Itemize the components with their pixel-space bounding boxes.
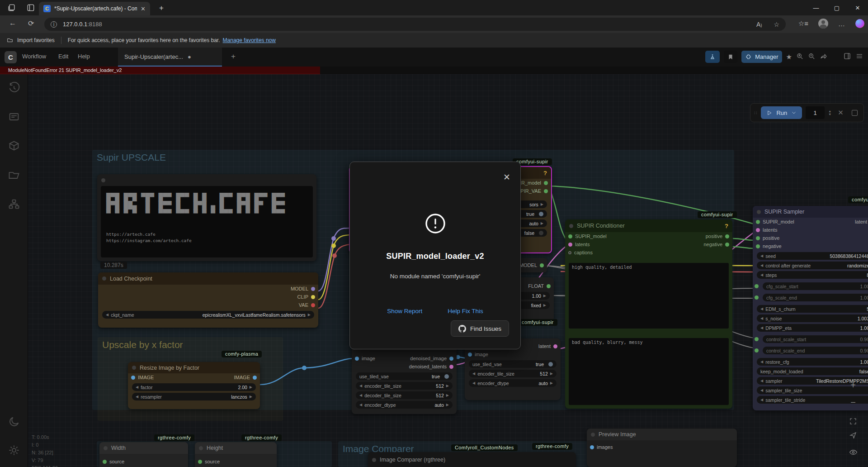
find-text-icon[interactable] xyxy=(808,52,816,62)
favorite-star-icon[interactable]: ☆ xyxy=(774,21,779,28)
next-arrow-icon[interactable]: ▶ xyxy=(543,294,546,298)
manage-favorites-link[interactable]: Manage favorites now xyxy=(223,37,276,43)
node-header[interactable]: Height xyxy=(195,442,277,454)
prev-arrow-icon[interactable]: ◀ xyxy=(760,388,763,392)
collapse-dot[interactable] xyxy=(757,210,761,214)
supir-vae-port[interactable] xyxy=(544,189,548,193)
float-port[interactable] xyxy=(547,284,551,288)
theme-toggle-icon[interactable] xyxy=(8,415,20,428)
negative-prompt-textarea[interactable]: bad quality, blurry, messy xyxy=(569,338,729,405)
control-scale-start-port[interactable] xyxy=(755,337,759,341)
captions-in-port[interactable] xyxy=(568,251,571,254)
collapse-dot[interactable] xyxy=(569,224,573,228)
positive-prompt-textarea[interactable]: high quality, detailed xyxy=(569,263,729,329)
widget-encoder-dtype[interactable]: ◀ encoder_dtype auto ▶ xyxy=(469,379,557,387)
toggle-visibility-eye-icon[interactable] xyxy=(846,445,860,459)
widget-keep-model-loaded[interactable]: keep_model_loaded false xyxy=(757,367,868,375)
widget-seed[interactable]: ◀ seed 503868386412448 xyxy=(757,252,868,260)
prev-arrow-icon[interactable]: ◀ xyxy=(359,393,362,397)
clear-queue-icon[interactable]: ✕ xyxy=(838,109,844,117)
settings-more-icon[interactable]: … xyxy=(838,20,845,28)
node-header[interactable]: Load Checkpoint xyxy=(98,272,318,285)
node-resize-image[interactable]: Resize Image by Factor IMAGE IMAGE ◀ fac… xyxy=(128,362,260,409)
collapse-dot[interactable] xyxy=(372,458,376,462)
node-map-icon[interactable] xyxy=(8,198,20,210)
widget-resampler[interactable]: ◀ resampler lanczos ▶ xyxy=(132,393,256,400)
prev-arrow-icon[interactable]: ◀ xyxy=(760,316,763,320)
image-in-port[interactable] xyxy=(468,353,472,357)
positive-port[interactable] xyxy=(725,234,729,238)
toggle-knob[interactable] xyxy=(444,374,449,379)
manager-button[interactable]: Manager xyxy=(741,51,782,63)
zoom-in-icon[interactable]: + xyxy=(846,378,860,392)
toggle-knob[interactable] xyxy=(539,212,543,216)
node-header[interactable]: Width xyxy=(99,442,188,454)
prev-arrow-icon[interactable]: ◀ xyxy=(760,398,763,402)
collapse-dot[interactable] xyxy=(104,446,108,450)
node-header[interactable] xyxy=(97,174,316,186)
node-header[interactable]: Image Comparer (rgthree) xyxy=(368,452,576,467)
denoised-latents-port[interactable] xyxy=(449,365,453,369)
next-arrow-icon[interactable]: ▶ xyxy=(250,395,252,399)
images-in-port[interactable] xyxy=(590,445,594,449)
prev-arrow-icon[interactable]: ◀ xyxy=(359,403,362,407)
prev-arrow-icon[interactable]: ◀ xyxy=(136,395,138,399)
cfg-scale-end-port[interactable] xyxy=(755,295,759,300)
window-close-button[interactable]: ✕ xyxy=(847,0,868,15)
vae-port[interactable] xyxy=(311,303,315,307)
node-supir-conditioner[interactable]: SUPIR Conditioner ? SUPIR_model positive… xyxy=(565,219,732,409)
workflow-tab[interactable]: Supir-Upscaler(artec... ● xyxy=(118,48,222,67)
supir-model-in-port[interactable] xyxy=(756,220,760,224)
queue-icon[interactable] xyxy=(8,110,20,123)
supir-model-in-port[interactable] xyxy=(568,234,572,238)
prev-arrow-icon[interactable]: ◀ xyxy=(472,381,475,385)
widget-use-tiled-vae[interactable]: use_tiled_vae true xyxy=(356,372,453,380)
profile-avatar[interactable] xyxy=(818,19,828,29)
help-fix-this-link[interactable]: Help Fix This xyxy=(448,308,483,315)
workspaces-icon[interactable] xyxy=(7,3,16,12)
read-aloud-icon[interactable]: A) xyxy=(756,21,762,28)
node-height[interactable]: Height source xyxy=(195,442,277,467)
favorites-list-icon[interactable]: ☆≡ xyxy=(798,19,808,28)
queue-frame-icon[interactable] xyxy=(852,110,858,116)
import-favorites-label[interactable]: Import favorites xyxy=(17,37,55,43)
menu-workflow[interactable]: Workflow xyxy=(22,53,46,60)
image-out-port[interactable] xyxy=(253,376,257,380)
copilot-icon[interactable] xyxy=(855,19,864,28)
model-port[interactable] xyxy=(311,287,315,291)
control-scale-end-port[interactable] xyxy=(755,348,759,353)
show-report-link[interactable]: Show Report xyxy=(387,308,422,315)
node-header[interactable]: SUPIR Conditioner ? xyxy=(565,219,732,232)
widget-control-scale-end[interactable]: control_scale_end 0.90 xyxy=(763,347,868,354)
prev-arrow-icon[interactable]: ◀ xyxy=(760,360,763,364)
widget-cfg-scale-end[interactable]: cfg_scale_end 1.00 xyxy=(763,294,868,301)
history-icon[interactable] xyxy=(8,82,20,95)
collapse-dot[interactable] xyxy=(132,366,136,370)
site-info-icon[interactable]: i xyxy=(51,21,57,28)
next-arrow-icon[interactable]: ▶ xyxy=(550,381,553,385)
collapse-dot[interactable] xyxy=(591,433,595,437)
widget-control-after-generate[interactable]: ◀ control after generate randomize xyxy=(757,262,868,269)
node-load-checkpoint[interactable]: Load Checkpoint MODEL CLIP VAE ◀ ckpt_na… xyxy=(98,272,318,328)
next-arrow-icon[interactable]: ▶ xyxy=(550,372,553,376)
next-arrow-icon[interactable]: ▶ xyxy=(541,202,543,206)
prev-arrow-icon[interactable]: ◀ xyxy=(106,313,108,317)
cfg-scale-start-port[interactable] xyxy=(755,284,759,288)
help-badge[interactable]: ? xyxy=(725,223,728,229)
find-issues-button[interactable]: Find Issues xyxy=(451,320,509,337)
supir-model-port[interactable] xyxy=(544,181,548,185)
node-header[interactable]: Preview Image xyxy=(587,429,737,440)
widget-encoder-tile-size[interactable]: ◀ encoder_tile_size 512 ▶ xyxy=(469,370,557,377)
next-arrow-icon[interactable]: ▶ xyxy=(446,384,449,388)
model-port[interactable] xyxy=(540,263,544,267)
node-image-comparer[interactable]: Image Comparer (rgthree) xyxy=(368,452,576,467)
widget-decoder-tile-size[interactable]: ◀ decoder_tile_size 512 ▶ xyxy=(356,391,453,399)
widget-use-tiled-vae[interactable]: use_tiled_vae true xyxy=(469,360,557,368)
settings-gear-icon[interactable] xyxy=(8,444,20,457)
queue-graph-button[interactable] xyxy=(705,51,720,63)
share-icon[interactable] xyxy=(820,52,827,62)
module-error-banner[interactable]: ModuleNotFoundError 21 SUPIR_model_loade… xyxy=(0,67,320,74)
latent-port[interactable] xyxy=(553,344,557,348)
next-arrow-icon[interactable]: ▶ xyxy=(250,385,252,389)
collapse-dot[interactable] xyxy=(199,446,203,450)
